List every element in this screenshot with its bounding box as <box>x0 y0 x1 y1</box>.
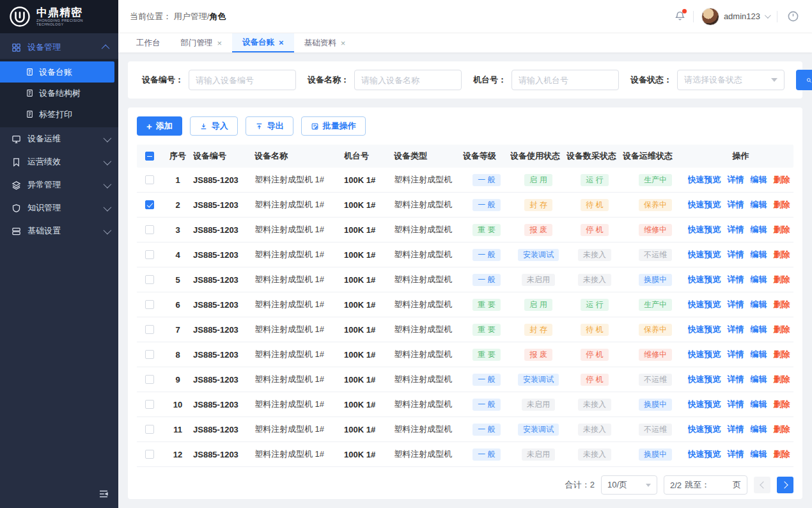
edit-link[interactable]: 编辑 <box>751 249 767 260</box>
edit-link[interactable]: 编辑 <box>751 399 767 410</box>
row-checkbox[interactable] <box>145 225 154 234</box>
machine-number-input[interactable] <box>511 70 619 90</box>
sidebar-item-exception-management[interactable]: 异常管理 <box>0 173 118 196</box>
detail-link[interactable]: 详情 <box>728 224 744 235</box>
sidebar-item-basic-settings[interactable]: 基础设置 <box>0 219 118 242</box>
edit-link[interactable]: 编辑 <box>751 349 767 360</box>
delete-link[interactable]: 删除 <box>774 299 790 310</box>
user-menu[interactable]: admin123 <box>701 8 769 26</box>
detail-link[interactable]: 详情 <box>728 299 744 310</box>
status-badge: 未启用 <box>522 448 555 461</box>
detail-link[interactable]: 详情 <box>728 249 744 260</box>
export-button[interactable]: 导出 <box>246 116 293 136</box>
sidebar-item-equipment-operations[interactable]: 设备运维 <box>0 127 118 150</box>
row-checkbox[interactable] <box>145 400 154 409</box>
close-icon[interactable]: × <box>279 38 284 47</box>
sidebar-collapse-button[interactable] <box>98 488 109 502</box>
equipment-code-input[interactable] <box>189 70 296 90</box>
quick-preview-link[interactable]: 快速预览 <box>688 299 721 310</box>
detail-link[interactable]: 详情 <box>728 274 744 285</box>
delete-link[interactable]: 删除 <box>774 374 790 385</box>
detail-link[interactable]: 详情 <box>728 374 744 385</box>
quick-preview-link[interactable]: 快速预览 <box>688 424 721 435</box>
edit-link[interactable]: 编辑 <box>751 174 767 186</box>
add-button[interactable]: + 添加 <box>137 116 182 136</box>
status-badge: 保养中 <box>639 199 672 211</box>
next-page-button[interactable] <box>777 477 793 493</box>
sidebar-item-equipment-structure-tree[interactable]: 设备结构树 <box>0 83 118 104</box>
sidebar-item-knowledge-management[interactable]: 知识管理 <box>0 196 118 219</box>
query-button[interactable]: 查询 <box>796 70 812 90</box>
page-size-select[interactable]: 10/页 <box>601 475 657 495</box>
select-all-checkbox[interactable] <box>145 152 154 161</box>
row-checkbox[interactable] <box>145 375 154 384</box>
import-button[interactable]: 导入 <box>190 116 238 136</box>
jump-to-page-input[interactable] <box>713 477 730 493</box>
delete-link[interactable]: 删除 <box>774 224 790 235</box>
detail-link[interactable]: 详情 <box>728 349 744 360</box>
edit-link[interactable]: 编辑 <box>751 424 767 435</box>
detail-link[interactable]: 详情 <box>728 399 744 410</box>
equipment-status-select[interactable]: 请选择设备状态 <box>677 70 785 90</box>
prev-page-button[interactable] <box>754 477 770 493</box>
row-checkbox[interactable] <box>145 325 154 334</box>
edit-link[interactable]: 编辑 <box>751 448 767 460</box>
sidebar-item-label-print[interactable]: 标签打印 <box>0 104 118 125</box>
delete-link[interactable]: 删除 <box>774 274 790 285</box>
row-checkbox[interactable] <box>145 425 154 434</box>
logout-button[interactable] <box>785 9 800 24</box>
tab-equipment-ledger[interactable]: 设备台账 × <box>232 33 294 52</box>
batch-operation-button[interactable]: 批量操作 <box>301 116 366 136</box>
status-badge: 运 行 <box>581 299 608 311</box>
close-icon[interactable]: × <box>217 39 223 47</box>
row-checkbox[interactable] <box>145 275 154 284</box>
row-checkbox[interactable] <box>145 250 154 259</box>
row-checkbox[interactable] <box>145 200 154 209</box>
sidebar-item-operating-performance[interactable]: 运营绩效 <box>0 150 118 173</box>
delete-link[interactable]: 删除 <box>774 448 790 460</box>
quick-preview-link[interactable]: 快速预览 <box>688 249 721 260</box>
quick-preview-link[interactable]: 快速预览 <box>688 324 721 335</box>
close-icon[interactable]: × <box>341 39 346 47</box>
tab-basic-data[interactable]: 基础资料 × <box>294 33 356 52</box>
row-checkbox[interactable] <box>145 350 154 359</box>
quick-preview-link[interactable]: 快速预览 <box>688 399 721 410</box>
equipment-name-input[interactable] <box>354 70 462 90</box>
edit-link[interactable]: 编辑 <box>751 224 767 235</box>
delete-link[interactable]: 删除 <box>774 174 790 186</box>
tab-department-management[interactable]: 部门管理 × <box>171 33 233 52</box>
quick-preview-link[interactable]: 快速预览 <box>688 224 721 235</box>
sidebar-item-equipment-ledger[interactable]: 设备台账 <box>0 61 114 83</box>
edit-link[interactable]: 编辑 <box>751 199 767 210</box>
detail-link[interactable]: 详情 <box>728 324 744 335</box>
tab-workbench[interactable]: 工作台 <box>126 33 171 52</box>
sidebar-item-equipment-management[interactable]: 设备管理 <box>0 36 118 59</box>
detail-link[interactable]: 详情 <box>728 424 744 435</box>
quick-preview-link[interactable]: 快速预览 <box>688 448 721 460</box>
quick-preview-link[interactable]: 快速预览 <box>688 174 721 186</box>
detail-link[interactable]: 详情 <box>728 199 744 210</box>
detail-link[interactable]: 详情 <box>728 448 744 460</box>
notification-bell-button[interactable] <box>675 10 685 23</box>
quick-preview-link[interactable]: 快速预览 <box>688 274 721 285</box>
row-checkbox[interactable] <box>145 300 154 309</box>
detail-link[interactable]: 详情 <box>728 174 744 186</box>
edit-link[interactable]: 编辑 <box>751 324 767 335</box>
quick-preview-link[interactable]: 快速预览 <box>688 199 721 210</box>
row-checkbox[interactable] <box>145 450 154 459</box>
row-checkbox[interactable] <box>145 175 154 184</box>
clipboard-edit-icon <box>311 122 319 131</box>
edit-link[interactable]: 编辑 <box>751 274 767 285</box>
delete-link[interactable]: 删除 <box>774 399 790 410</box>
delete-link[interactable]: 删除 <box>774 249 790 260</box>
quick-preview-link[interactable]: 快速预览 <box>688 349 721 360</box>
quick-preview-link[interactable]: 快速预览 <box>688 374 721 385</box>
status-badge: 停 机 <box>581 374 608 386</box>
delete-link[interactable]: 删除 <box>774 324 790 335</box>
edit-link[interactable]: 编辑 <box>751 374 767 385</box>
delete-link[interactable]: 删除 <box>774 349 790 360</box>
edit-link[interactable]: 编辑 <box>751 299 767 310</box>
table-row: 9JS885-1203塑料注射成型机 1#100K 1#塑料注射成型机一 般安装… <box>137 367 793 392</box>
delete-link[interactable]: 删除 <box>774 199 790 210</box>
delete-link[interactable]: 删除 <box>774 424 790 435</box>
